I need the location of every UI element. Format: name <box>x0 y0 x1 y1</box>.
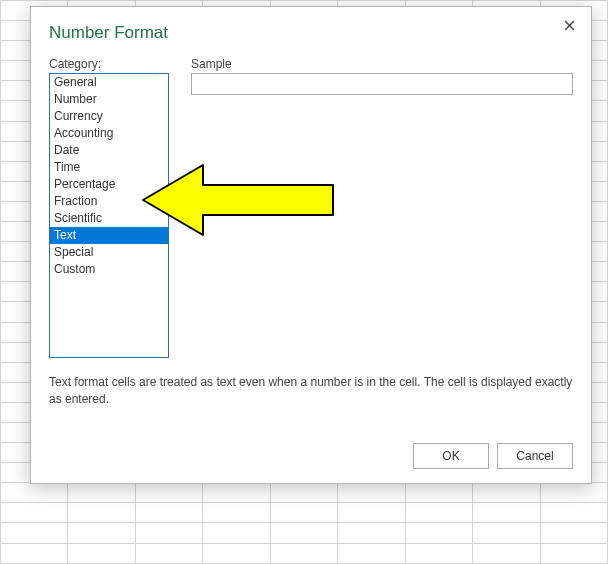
sample-preview <box>191 73 573 95</box>
category-item-text[interactable]: Text <box>50 227 168 244</box>
category-item-custom[interactable]: Custom <box>50 261 168 278</box>
category-item-fraction[interactable]: Fraction <box>50 193 168 210</box>
category-listbox[interactable]: GeneralNumberCurrencyAccountingDateTimeP… <box>49 73 169 358</box>
category-item-general[interactable]: General <box>50 74 168 91</box>
category-item-currency[interactable]: Currency <box>50 108 168 125</box>
category-label: Category: <box>49 57 169 71</box>
dialog-title: Number Format <box>49 23 573 43</box>
category-item-accounting[interactable]: Accounting <box>50 125 168 142</box>
category-item-percentage[interactable]: Percentage <box>50 176 168 193</box>
category-item-number[interactable]: Number <box>50 91 168 108</box>
sample-label: Sample <box>191 57 573 71</box>
category-item-date[interactable]: Date <box>50 142 168 159</box>
number-format-dialog: Number Format Category: GeneralNumberCur… <box>30 6 592 484</box>
close-icon <box>564 20 575 31</box>
ok-button[interactable]: OK <box>413 443 489 469</box>
close-button[interactable] <box>559 15 579 35</box>
category-item-special[interactable]: Special <box>50 244 168 261</box>
format-description: Text format cells are treated as text ev… <box>49 374 573 408</box>
category-item-scientific[interactable]: Scientific <box>50 210 168 227</box>
category-item-time[interactable]: Time <box>50 159 168 176</box>
cancel-button[interactable]: Cancel <box>497 443 573 469</box>
